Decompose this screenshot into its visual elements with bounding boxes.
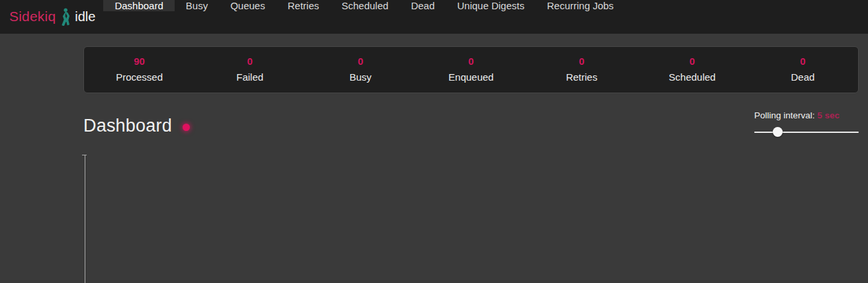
stat-processed-label: Processed	[84, 71, 195, 83]
polling-interval-control: Polling interval: 5 sec	[754, 110, 859, 138]
stat-scheduled-value: 0	[637, 56, 748, 67]
polling-interval-label: Polling interval: 5 sec	[754, 110, 859, 120]
sidekiq-brand-link[interactable]: Sidekiq idle	[0, 0, 103, 33]
stat-failed-label: Failed	[195, 71, 305, 83]
stat-busy-value: 0	[305, 56, 415, 67]
realtime-chart	[83, 155, 859, 283]
polling-interval-slider[interactable]	[754, 127, 859, 138]
stat-enqueued-label: Enqueued	[415, 71, 526, 83]
stat-scheduled: 0 Scheduled	[637, 56, 748, 83]
page-header: Dashboard Polling interval: 5 sec	[83, 116, 859, 146]
slider-thumb[interactable]	[773, 127, 783, 137]
stat-dead: 0 Dead	[748, 56, 858, 83]
chart-y-axis	[85, 155, 85, 283]
stat-retries-value: 0	[527, 56, 637, 67]
stat-failed: 0 Failed	[195, 56, 305, 83]
stat-busy-label: Busy	[305, 71, 415, 83]
sidekiq-logo-icon	[60, 8, 70, 26]
nav-item-busy[interactable]: Busy	[175, 0, 219, 11]
nav-item-dashboard[interactable]: Dashboard	[103, 0, 174, 11]
stat-enqueued: 0 Enqueued	[415, 56, 526, 83]
nav-item-retries[interactable]: Retries	[277, 0, 331, 11]
nav-item-unique-digests[interactable]: Unique Digests	[446, 0, 536, 11]
brand-name: Sidekiq	[9, 9, 56, 24]
stat-dead-value: 0	[748, 56, 858, 67]
stat-processed-value: 90	[84, 56, 195, 67]
nav-item-queues[interactable]: Queues	[219, 0, 277, 11]
main-content: 90 Processed 0 Failed 0 Busy 0 Enqueued …	[83, 46, 859, 283]
stat-busy: 0 Busy	[305, 56, 415, 83]
chart-y-axis-tick	[82, 155, 87, 155]
stat-dead-label: Dead	[748, 71, 858, 83]
process-status: idle	[75, 9, 95, 24]
nav-item-recurring-jobs[interactable]: Recurring Jobs	[536, 0, 625, 11]
stat-retries: 0 Retries	[527, 56, 637, 83]
stat-failed-value: 0	[195, 56, 305, 67]
nav-item-dead[interactable]: Dead	[400, 0, 446, 11]
stat-processed: 90 Processed	[84, 56, 195, 83]
stat-enqueued-value: 0	[415, 56, 526, 67]
nav-menu: Dashboard Busy Queues Retries Scheduled …	[103, 0, 625, 33]
polling-interval-value: 5 sec	[817, 110, 840, 120]
stat-retries-label: Retries	[527, 71, 637, 83]
slider-track[interactable]	[754, 132, 859, 133]
page-title: Dashboard	[83, 116, 172, 136]
navbar: Sidekiq idle Dashboard Busy Queues Retri…	[0, 0, 868, 33]
summary-stats-bar: 90 Processed 0 Failed 0 Busy 0 Enqueued …	[83, 46, 859, 93]
nav-item-scheduled[interactable]: Scheduled	[330, 0, 400, 11]
live-beacon-icon	[183, 124, 190, 131]
stat-scheduled-label: Scheduled	[637, 71, 748, 83]
